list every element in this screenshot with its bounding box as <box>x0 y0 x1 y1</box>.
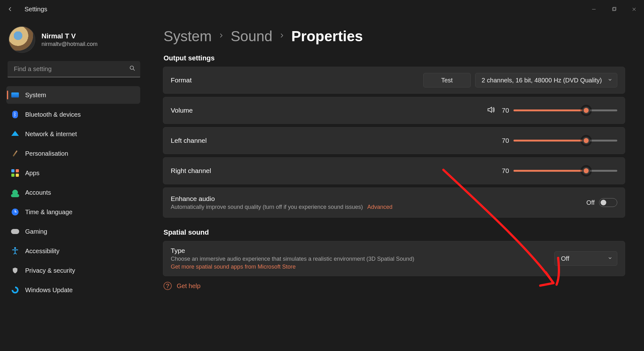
sidebar-item-label: System <box>25 92 46 99</box>
sidebar-item-label: Bluetooth & devices <box>25 111 81 118</box>
avatar <box>9 26 35 53</box>
minimize-icon <box>591 7 596 12</box>
search-icon <box>129 65 136 73</box>
volume-value: 70 <box>500 107 509 114</box>
gamepad-icon <box>11 227 19 236</box>
right-channel-value: 70 <box>500 167 509 175</box>
clock-icon <box>11 208 19 216</box>
chevron-right-icon <box>279 32 285 40</box>
right-channel-slider[interactable] <box>514 170 617 172</box>
get-help-link[interactable]: ? Get help <box>164 282 625 290</box>
toggle-knob <box>601 200 606 205</box>
enhance-toggle-state: Off <box>586 199 595 206</box>
format-label: Format <box>171 76 192 84</box>
user-icon <box>11 188 19 197</box>
section-title-output: Output settings <box>164 54 625 62</box>
row-enhance-audio: Enhance audio Automatically improve soun… <box>163 187 625 218</box>
left-channel-value: 70 <box>500 137 509 144</box>
sidebar-item-personalisation[interactable]: Personalisation <box>6 145 140 162</box>
breadcrumb-system[interactable]: System <box>164 28 212 45</box>
sidebar-item-network[interactable]: Network & internet <box>6 125 140 143</box>
chevron-right-icon <box>218 32 224 40</box>
accessibility-icon <box>11 247 19 255</box>
shield-icon <box>11 266 19 275</box>
row-spatial-type: Type Choose an immersive audio experienc… <box>163 241 625 276</box>
brush-icon <box>11 149 19 158</box>
sidebar: Nirmal T V nirmaltv@hotmail.com System ᛒ… <box>0 18 148 351</box>
main-content: System Sound Properties Output settings … <box>148 18 644 351</box>
sidebar-item-label: Privacy & security <box>25 267 75 274</box>
user-email: nirmaltv@hotmail.com <box>42 41 97 47</box>
user-name: Nirmal T V <box>42 32 97 40</box>
window-minimize-button[interactable] <box>584 0 604 18</box>
window-controls <box>584 0 644 18</box>
breadcrumb-sound[interactable]: Sound <box>230 28 272 45</box>
sidebar-item-accounts[interactable]: Accounts <box>6 184 140 201</box>
sidebar-item-label: Apps <box>25 170 40 177</box>
sidebar-item-system[interactable]: System <box>6 86 140 104</box>
enhance-audio-label: Enhance audio <box>171 195 392 203</box>
slider-fill <box>514 170 586 172</box>
wifi-icon <box>11 130 19 138</box>
get-help-label: Get help <box>177 282 201 290</box>
format-test-button[interactable]: Test <box>423 73 471 87</box>
enhance-toggle[interactable] <box>599 198 617 207</box>
breadcrumb-properties: Properties <box>291 28 363 45</box>
monitor-icon <box>11 91 19 99</box>
section-title-spatial: Spatial sound <box>164 228 625 237</box>
chevron-down-icon <box>608 255 613 262</box>
slider-thumb[interactable] <box>582 107 590 114</box>
spatial-store-link[interactable]: Get more spatial sound apps from Microso… <box>171 264 296 270</box>
search-input[interactable] <box>13 65 124 73</box>
sidebar-item-bluetooth[interactable]: ᛒ Bluetooth & devices <box>6 106 140 123</box>
volume-slider[interactable] <box>514 109 617 111</box>
sidebar-item-time[interactable]: Time & language <box>6 203 140 221</box>
search-box[interactable] <box>8 61 140 77</box>
left-channel-slider[interactable] <box>514 140 617 142</box>
arrow-left-icon <box>7 6 14 12</box>
chevron-down-icon <box>608 77 613 84</box>
row-right-channel: Right channel 70 <box>163 157 625 184</box>
row-left-channel: Left channel 70 <box>163 127 625 154</box>
left-channel-label: Left channel <box>171 137 207 144</box>
sidebar-item-label: Personalisation <box>25 150 68 157</box>
back-button[interactable] <box>6 4 15 14</box>
sidebar-item-label: Windows Update <box>25 287 73 294</box>
slider-thumb[interactable] <box>582 137 590 144</box>
svg-point-2 <box>130 66 134 70</box>
sidebar-item-update[interactable]: Windows Update <box>6 281 140 299</box>
right-channel-label: Right channel <box>171 167 211 175</box>
close-icon <box>632 7 636 12</box>
slider-thumb[interactable] <box>582 167 590 175</box>
app-title: Settings <box>25 6 47 13</box>
row-format: Format Test 2 channels, 16 bit, 48000 Hz… <box>163 67 625 94</box>
format-select[interactable]: 2 channels, 16 bit, 48000 Hz (DVD Qualit… <box>475 73 617 87</box>
sidebar-item-privacy[interactable]: Privacy & security <box>6 262 140 279</box>
spatial-type-sub: Choose an immersive audio experience tha… <box>171 256 414 262</box>
bluetooth-icon: ᛒ <box>11 110 19 119</box>
sidebar-item-apps[interactable]: Apps <box>6 164 140 182</box>
maximize-icon <box>612 7 616 12</box>
slider-fill <box>514 109 586 111</box>
sidebar-item-label: Time & language <box>25 209 72 216</box>
spatial-type-label: Type <box>171 247 414 254</box>
sidebar-item-label: Accessibility <box>25 248 59 255</box>
sidebar-item-accessibility[interactable]: Accessibility <box>6 242 140 260</box>
window-maximize-button[interactable] <box>604 0 624 18</box>
breadcrumb: System Sound Properties <box>164 28 625 45</box>
sidebar-item-label: Accounts <box>25 189 51 196</box>
speaker-icon[interactable] <box>486 105 495 115</box>
enhance-audio-sub: Automatically improve sound quality (tur… <box>171 204 392 210</box>
help-icon: ? <box>164 282 172 290</box>
user-card[interactable]: Nirmal T V nirmaltv@hotmail.com <box>9 26 140 53</box>
update-icon <box>11 286 19 294</box>
enhance-advanced-link[interactable]: Advanced <box>367 204 392 210</box>
format-select-value: 2 channels, 16 bit, 48000 Hz (DVD Qualit… <box>482 77 602 84</box>
spatial-type-select[interactable]: Off <box>554 251 617 266</box>
window-close-button[interactable] <box>624 0 644 18</box>
slider-fill <box>514 140 586 142</box>
svg-point-3 <box>14 247 16 249</box>
apps-icon <box>11 169 19 177</box>
sidebar-item-gaming[interactable]: Gaming <box>6 223 140 240</box>
sidebar-item-label: Gaming <box>25 228 47 235</box>
